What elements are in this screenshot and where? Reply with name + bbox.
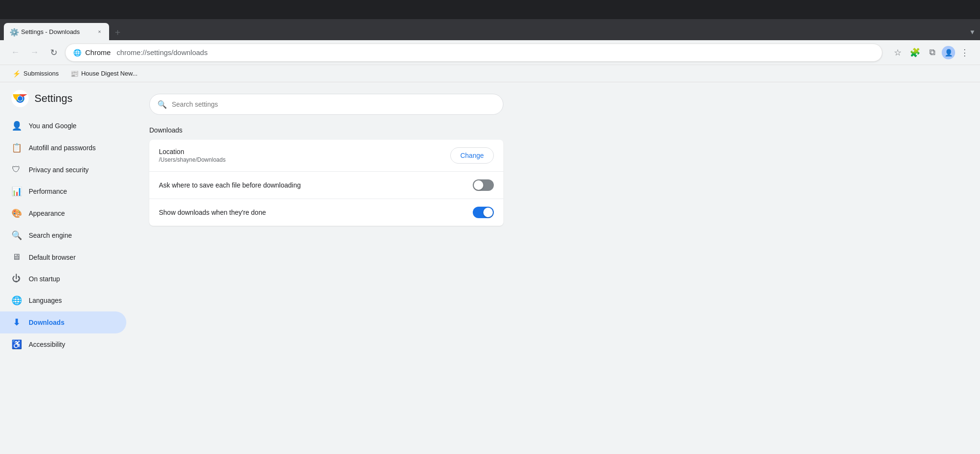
search-box[interactable]: 🔍 bbox=[149, 94, 503, 115]
sidebar-label-appearance: Appearance bbox=[29, 210, 65, 217]
toolbar-buttons: ☆ 🧩 ⧉ 👤 ⋮ bbox=[890, 45, 972, 60]
languages-icon: 🌐 bbox=[11, 295, 21, 306]
sidebar-label-autofill: Autofill and passwords bbox=[29, 144, 96, 152]
bookmarks-bar: ⚡ Submissions 📰 House Digest New... bbox=[0, 65, 980, 82]
svg-point-3 bbox=[18, 96, 22, 101]
search-input[interactable] bbox=[172, 100, 495, 108]
downloads-settings-card: Location /Users/shayne/Downloads Change … bbox=[149, 140, 503, 226]
back-button[interactable]: ← bbox=[8, 45, 23, 60]
sidebar-item-privacy[interactable]: 🛡 Privacy and security bbox=[0, 159, 126, 180]
accessibility-icon: ♿ bbox=[11, 339, 21, 350]
sidebar-item-default-browser[interactable]: 🖥 Default browser bbox=[0, 246, 126, 268]
address-bar: ← → ↻ 🌐 Chrome chrome://settings/downloa… bbox=[0, 40, 980, 65]
sidebar-item-downloads[interactable]: ⬇ Downloads bbox=[0, 311, 126, 333]
omnibox-favicon: 🌐 bbox=[73, 49, 81, 56]
reload-button[interactable]: ↻ bbox=[46, 45, 61, 60]
bookmark-submissions-label: Submissions bbox=[23, 70, 59, 77]
split-screen-button[interactable]: ⧉ bbox=[924, 45, 940, 60]
on-startup-icon: ⏻ bbox=[11, 274, 21, 284]
bookmark-icon: ☆ bbox=[894, 47, 902, 58]
tab-bar-right: ▾ bbox=[969, 25, 976, 40]
appearance-icon: 🎨 bbox=[11, 208, 21, 219]
tab-title: Settings - Downloads bbox=[21, 28, 92, 35]
sidebar-label-default-browser: Default browser bbox=[29, 254, 76, 261]
sidebar-item-performance[interactable]: 📊 Performance bbox=[0, 180, 126, 202]
autofill-icon: 📋 bbox=[11, 143, 21, 153]
sidebar-item-on-startup[interactable]: ⏻ On startup bbox=[0, 268, 126, 289]
omnibox-domain: Chrome bbox=[85, 48, 111, 56]
tab-list-button[interactable]: ▾ bbox=[969, 25, 976, 38]
omnibox[interactable]: 🌐 Chrome chrome://settings/downloads bbox=[65, 44, 882, 62]
active-tab[interactable]: ⚙️ Settings - Downloads × bbox=[4, 23, 109, 40]
sidebar-label-search-engine: Search engine bbox=[29, 232, 72, 239]
tab-bar: ⚙️ Settings - Downloads × + ▾ bbox=[0, 19, 980, 40]
show-when-done-label: Show downloads when they're done bbox=[159, 209, 473, 216]
tab-favicon: ⚙️ bbox=[10, 28, 17, 35]
bookmark-house-digest[interactable]: 📰 House Digest New... bbox=[66, 68, 143, 79]
ask-before-saving-label: Ask where to save each file before downl… bbox=[159, 181, 473, 189]
bookmark-submissions-icon: ⚡ bbox=[12, 70, 21, 78]
bookmark-submissions[interactable]: ⚡ Submissions bbox=[8, 68, 64, 79]
location-label: Location bbox=[159, 148, 450, 155]
downloads-section-title: Downloads bbox=[149, 126, 965, 134]
menu-button[interactable]: ⋮ bbox=[957, 45, 972, 60]
reload-icon: ↻ bbox=[50, 47, 57, 58]
main-panel: 🔍 Downloads Location /Users/shayne/Downl… bbox=[134, 82, 980, 454]
you-and-google-icon: 👤 bbox=[11, 121, 21, 131]
sidebar-label-downloads: Downloads bbox=[29, 319, 65, 326]
search-engine-icon: 🔍 bbox=[11, 230, 21, 241]
bookmark-button[interactable]: ☆ bbox=[890, 45, 905, 60]
omnibox-path: chrome://settings/downloads bbox=[113, 48, 208, 56]
sidebar-item-languages[interactable]: 🌐 Languages bbox=[0, 289, 126, 311]
sidebar-label-performance: Performance bbox=[29, 188, 67, 195]
extensions-button[interactable]: 🧩 bbox=[907, 45, 923, 60]
sidebar-item-search-engine[interactable]: 🔍 Search engine bbox=[0, 224, 126, 246]
show-when-done-info: Show downloads when they're done bbox=[159, 209, 473, 216]
location-row: Location /Users/shayne/Downloads Change bbox=[149, 140, 503, 172]
ask-before-saving-row: Ask where to save each file before downl… bbox=[149, 172, 503, 199]
sidebar: Settings 👤 You and Google 📋 Autofill and… bbox=[0, 82, 134, 454]
omnibox-url: Chrome chrome://settings/downloads bbox=[85, 48, 208, 56]
show-when-done-thumb bbox=[483, 208, 493, 217]
change-location-button[interactable]: Change bbox=[450, 147, 494, 164]
bookmark-house-digest-label: House Digest New... bbox=[81, 70, 138, 77]
downloads-icon: ⬇ bbox=[11, 317, 21, 328]
privacy-icon: 🛡 bbox=[11, 165, 21, 175]
settings-header: Settings bbox=[0, 90, 134, 115]
back-icon: ← bbox=[11, 47, 20, 57]
sidebar-item-you-and-google[interactable]: 👤 You and Google bbox=[0, 115, 126, 137]
default-browser-icon: 🖥 bbox=[11, 252, 21, 262]
tab-close-button[interactable]: × bbox=[96, 28, 103, 35]
location-info: Location /Users/shayne/Downloads bbox=[159, 148, 450, 163]
settings-page-title: Settings bbox=[34, 92, 73, 105]
bookmark-house-digest-icon: 📰 bbox=[70, 70, 78, 78]
split-screen-icon: ⧉ bbox=[929, 47, 935, 57]
sidebar-item-autofill[interactable]: 📋 Autofill and passwords bbox=[0, 137, 126, 159]
menu-icon: ⋮ bbox=[960, 47, 969, 58]
chrome-logo bbox=[11, 90, 29, 107]
browser-content: Settings 👤 You and Google 📋 Autofill and… bbox=[0, 82, 980, 454]
extensions-icon: 🧩 bbox=[910, 47, 920, 58]
show-when-done-toggle[interactable] bbox=[473, 207, 494, 218]
sidebar-label-on-startup: On startup bbox=[29, 275, 60, 283]
location-value: /Users/shayne/Downloads bbox=[159, 156, 450, 163]
ask-before-saving-thumb bbox=[474, 180, 483, 190]
sidebar-label-languages: Languages bbox=[29, 297, 62, 304]
sidebar-label-you-and-google: You and Google bbox=[29, 122, 77, 130]
avatar[interactable]: 👤 bbox=[942, 46, 955, 59]
new-tab-button[interactable]: + bbox=[111, 25, 124, 40]
title-bar bbox=[0, 0, 980, 19]
ask-before-saving-toggle[interactable] bbox=[473, 179, 494, 191]
forward-button[interactable]: → bbox=[27, 45, 42, 60]
sidebar-item-appearance[interactable]: 🎨 Appearance bbox=[0, 202, 126, 224]
avatar-icon: 👤 bbox=[945, 49, 953, 56]
performance-icon: 📊 bbox=[11, 186, 21, 197]
search-box-container: 🔍 bbox=[149, 94, 965, 115]
forward-icon: → bbox=[30, 47, 39, 57]
show-when-done-row: Show downloads when they're done bbox=[149, 199, 503, 226]
sidebar-label-privacy: Privacy and security bbox=[29, 166, 89, 174]
search-icon: 🔍 bbox=[157, 100, 167, 109]
sidebar-item-accessibility[interactable]: ♿ Accessibility bbox=[0, 333, 126, 355]
ask-before-saving-info: Ask where to save each file before downl… bbox=[159, 181, 473, 189]
sidebar-label-accessibility: Accessibility bbox=[29, 341, 65, 348]
